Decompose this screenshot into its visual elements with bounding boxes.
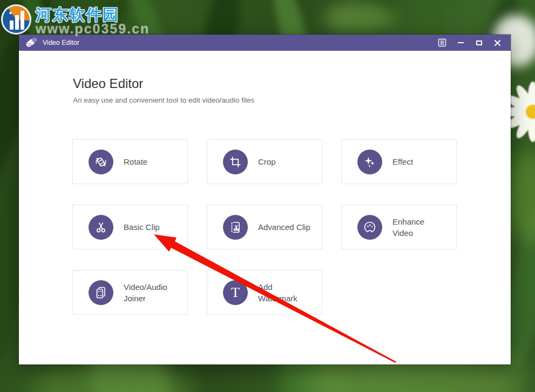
card-video-audio-joiner[interactable]: Video/Audio Joiner <box>72 270 188 315</box>
tool-label: Basic Clip <box>124 221 160 233</box>
rotate-icon <box>89 150 113 174</box>
maximize-button[interactable] <box>473 37 485 49</box>
crop-icon <box>223 150 248 174</box>
card-basic-clip[interactable]: Basic Clip <box>72 205 188 249</box>
video-editor-window: Video Editor Video Editor An easy use an… <box>19 35 511 364</box>
sparkles-icon <box>357 150 382 174</box>
site-url: www.pc0359.cn <box>36 21 150 37</box>
card-add-watermark[interactable]: T Add Watermark <box>207 270 322 315</box>
logo-bar <box>10 21 13 30</box>
palette-icon <box>357 215 382 240</box>
letter-t-icon: T <box>223 280 248 305</box>
page-subtitle: An easy use and convenient tool to edit … <box>73 96 254 104</box>
site-logo-icon: ✦ <box>1 4 31 35</box>
card-effect[interactable]: Effect <box>341 139 457 184</box>
tool-label: Add Watermark <box>258 281 312 304</box>
tool-label: Video/Audio Joiner <box>124 281 178 304</box>
close-icon <box>494 39 501 46</box>
tool-label: Advanced Clip <box>258 221 310 233</box>
page-title: Video Editor <box>73 76 143 91</box>
tool-label: Effect <box>392 156 413 167</box>
card-rotate[interactable]: Rotate <box>72 139 188 184</box>
tool-grid: Rotate Crop <box>72 139 457 315</box>
clip-scissors-icon <box>223 215 248 240</box>
film-strips-icon <box>89 280 113 305</box>
letter-t-glyph: T <box>231 286 240 300</box>
maximize-icon <box>476 40 482 45</box>
window-content: Video Editor An easy use and convenient … <box>19 51 511 364</box>
light-patch <box>32 362 194 392</box>
light-patch <box>324 3 394 32</box>
site-watermark: ✦ 河东软件园 www.pc0359.cn <box>0 0 216 43</box>
card-enhance-video[interactable]: Enhance Video <box>341 205 457 249</box>
scissors-icon <box>89 215 113 240</box>
minimize-button[interactable] <box>455 37 466 49</box>
star-icon: ✦ <box>8 10 13 17</box>
card-advanced-clip[interactable]: Advanced Clip <box>207 205 322 249</box>
menu-icon[interactable] <box>436 37 448 49</box>
minimize-icon <box>458 42 464 43</box>
tool-label: Rotate <box>124 156 147 167</box>
tool-label: Crop <box>258 156 276 167</box>
logo-bar <box>21 11 24 30</box>
close-button[interactable] <box>491 37 503 49</box>
card-crop[interactable]: Crop <box>207 139 322 184</box>
logo-bar <box>15 15 19 30</box>
tool-label: Enhance Video <box>392 216 446 239</box>
